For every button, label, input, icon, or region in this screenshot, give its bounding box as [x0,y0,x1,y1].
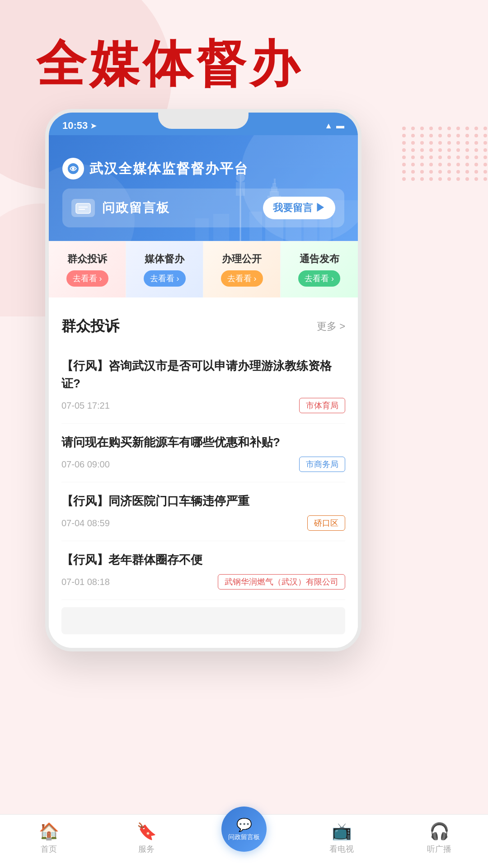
news-time-1: 07-05 17:21 [61,401,110,411]
phone-notch [158,113,249,129]
section-header: 群众投诉 更多 > [61,316,345,336]
phone-container: 10:53 ➤ ▲ ▬ [45,109,361,651]
phone-mockup: 10:53 ➤ ▲ ▬ [45,109,361,651]
news-time-4: 07-01 08:18 [61,577,110,587]
news-title-4: 【行风】老年群体圈存不便 [61,551,345,569]
home-icon: 🏠 [39,822,59,841]
category-item-notice[interactable]: 通告发布 去看看 › [281,241,358,297]
battery-icon: ▬ [336,121,344,131]
nav-center-button[interactable]: 💬 问政留言板 [221,807,267,852]
bottom-nav: 🏠 首页 🔖 服务 💬 问政留言板 📺 看电视 🎧 听广播 [0,814,488,868]
message-board-icon: 💬 [236,817,252,832]
location-icon: ➤ [90,122,96,130]
nav-center-label: 问政留言板 [228,833,260,841]
news-title-1: 【行风】咨询武汉市是否可以申请办理游泳教练资格证? [61,357,345,392]
svg-rect-18 [76,203,90,213]
category-btn-notice[interactable]: 去看看 › [298,270,340,287]
nav-label-services: 服务 [138,844,155,854]
news-item-4[interactable]: 【行风】老年群体圈存不便 07-01 08:18 武钢华润燃气（武汉）有限公司 [61,541,345,600]
news-time-3: 07-04 08:59 [61,518,110,528]
news-tag-1: 市体育局 [299,398,345,413]
svg-point-17 [72,167,75,170]
headphone-icon: 🎧 [429,822,450,841]
news-title-3: 【行风】同济医院门口车辆违停严重 [61,492,345,510]
nav-label-home: 首页 [41,844,57,854]
news-meta-3: 07-04 08:59 硚口区 [61,515,345,531]
news-title-2: 请问现在购买新能源车有哪些优惠和补贴? [61,434,345,451]
nav-label-tv: 看电视 [329,844,354,854]
nav-item-radio[interactable]: 🎧 听广播 [390,822,488,854]
app-logo-row: 武汉全媒体监督督办平台 [62,158,344,179]
tv-icon: 📺 [332,822,352,841]
message-board-banner[interactable]: 问政留言板 我要留言 ▶ [62,189,344,227]
news-tag-4: 武钢华润燃气（武汉）有限公司 [218,574,345,590]
news-item-1[interactable]: 【行风】咨询武汉市是否可以申请办理游泳教练资格证? 07-05 17:21 市体… [61,347,345,424]
category-grid: 群众投诉 去看看 › 媒体督办 去看看 › 办理公开 去看看 › 通告发布 去看… [49,241,358,297]
category-item-media[interactable]: 媒体督办 去看看 › [126,241,203,297]
nav-item-board[interactable]: 💬 问政留言板 [195,825,293,852]
banner-left: 问政留言板 [71,199,170,217]
app-logo-text: 武汉全媒体监督督办平台 [89,160,249,178]
image-preview-row [61,607,345,634]
status-icons: ▲ ▬ [324,121,344,131]
section-more-link[interactable]: 更多 > [317,320,345,333]
category-btn-media[interactable]: 去看看 › [144,270,186,287]
app-header: 武汉全媒体监督督办平台 问政留言板 我要留 [49,135,358,241]
nav-item-home[interactable]: 🏠 首页 [0,822,98,854]
wifi-icon: ▲ [324,121,333,131]
nav-item-tv[interactable]: 📺 看电视 [293,822,390,854]
bg-dots-right [402,127,474,217]
nav-item-services[interactable]: 🔖 服务 [98,822,195,854]
content-section: 群众投诉 更多 > 【行风】咨询武汉市是否可以申请办理游泳教练资格证? 07-0… [49,303,358,648]
category-item-public[interactable]: 办理公开 去看看 › [203,241,281,297]
news-tag-2: 市商务局 [299,457,345,472]
banner-title: 问政留言板 [102,199,170,217]
category-btn-complaints[interactable]: 去看看 › [66,270,108,287]
banner-card-icon [71,199,95,217]
category-btn-public[interactable]: 去看看 › [221,270,263,287]
section-title: 群众投诉 [61,316,119,336]
hero-title: 全媒体督办 [0,0,488,109]
status-time: 10:53 ➤ [62,120,96,132]
news-item-3[interactable]: 【行风】同济医院门口车辆违停严重 07-04 08:59 硚口区 [61,482,345,541]
nav-label-radio: 听广播 [427,844,451,854]
bookmark-icon: 🔖 [136,822,157,841]
category-item-complaints[interactable]: 群众投诉 去看看 › [49,241,126,297]
news-tag-3: 硚口区 [307,515,345,531]
app-logo-icon [62,158,84,179]
news-meta-2: 07-06 09:00 市商务局 [61,457,345,472]
leave-message-button[interactable]: 我要留言 ▶ [263,197,335,219]
news-meta-4: 07-01 08:18 武钢华润燃气（武汉）有限公司 [61,574,345,590]
page-wrapper: 全媒体督办 10:53 ➤ ▲ ▬ [0,0,488,706]
news-meta-1: 07-05 17:21 市体育局 [61,398,345,413]
news-item-2[interactable]: 请问现在购买新能源车有哪些优惠和补贴? 07-06 09:00 市商务局 [61,424,345,482]
news-time-2: 07-06 09:00 [61,459,110,470]
